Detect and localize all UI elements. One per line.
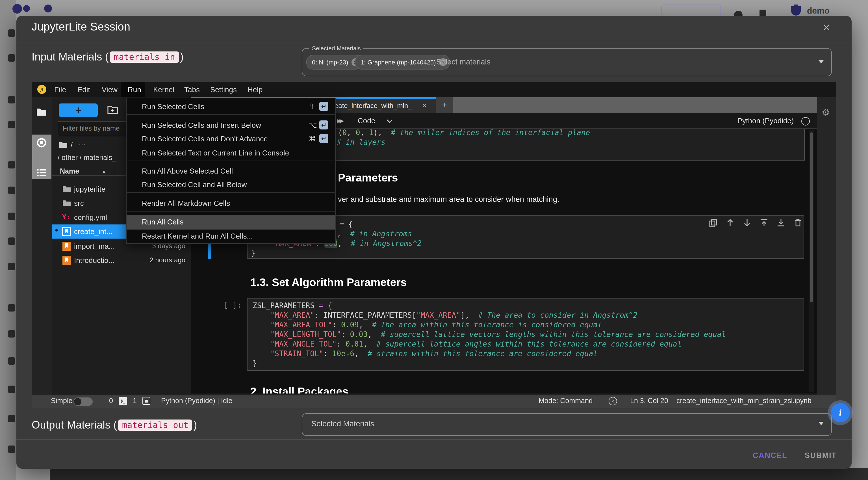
file-row[interactable]: Introductio... 2 hours ago (52, 253, 191, 267)
kernel-status[interactable]: Python (Pyodide) | Idle (161, 397, 232, 405)
duplicate-cell-icon[interactable] (709, 218, 718, 227)
delete-cell-icon[interactable] (794, 218, 802, 227)
app-sidebar-icon[interactable] (8, 213, 15, 220)
run-all-icon[interactable]: ▶▶ (337, 118, 342, 124)
app-search-box[interactable] (661, 4, 721, 17)
chevron-down-icon[interactable] (818, 60, 824, 63)
menu-item-run-selected-cells[interactable]: Run Selected Cells ⇧ ↵ (127, 101, 335, 114)
insert-cell-above-icon[interactable] (760, 218, 769, 227)
menu-item-run-all-cells[interactable]: Run All Cells (127, 215, 335, 230)
menu-item-run-dont-advance[interactable]: Run Selected Cells and Don't Advance ⌘ ↵ (127, 133, 335, 146)
output-materials-select[interactable] (302, 413, 832, 436)
mode-indicator[interactable]: Mode: Command (538, 397, 593, 405)
menu-file[interactable]: File (54, 85, 66, 94)
notebook-tab-label: create_interface_with_min_ (329, 102, 412, 110)
new-folder-icon[interactable] (107, 105, 118, 114)
breadcrumb-root[interactable]: / (71, 141, 73, 149)
menu-item-render-markdown[interactable]: Render All Markdown Cells (127, 197, 335, 210)
new-launcher-button[interactable]: + (59, 103, 98, 117)
menu-item-restart-run-all[interactable]: Restart Kernel and Run All Cells... (127, 230, 335, 243)
menu-kernel[interactable]: Kernel (153, 85, 174, 94)
menu-settings[interactable]: Settings (210, 85, 237, 94)
folder-icon (62, 200, 71, 207)
scrollbar-thumb[interactable] (810, 132, 813, 302)
command-key-icon: ⌘ (309, 134, 316, 143)
simple-mode-label: Simple (51, 397, 72, 405)
app-sidebar-icon[interactable] (8, 121, 15, 128)
menu-edit[interactable]: Edit (78, 85, 90, 94)
file-browser-tab-icon[interactable] (36, 108, 47, 117)
app-sidebar-icon[interactable] (8, 161, 15, 169)
material-chip[interactable]: 1: Graphene (mp-1040425) × (355, 55, 450, 69)
output-select-value[interactable]: Selected Materials (311, 420, 374, 428)
user-name[interactable]: demo (807, 6, 830, 15)
app-sidebar-icon[interactable] (8, 54, 15, 62)
plus-icon: + (442, 100, 447, 110)
gear-icon[interactable]: ⚙ (822, 107, 830, 118)
tab-close-icon[interactable]: × (422, 101, 427, 110)
avatar[interactable] (790, 4, 802, 16)
info-button[interactable]: i (831, 403, 850, 422)
kernel-count[interactable]: 1 (133, 397, 137, 405)
menu-item-run-text-in-console[interactable]: Run Selected Text or Current Line in Con… (127, 147, 335, 160)
app-logo (12, 4, 22, 13)
select-materials-placeholder[interactable]: Select materials (436, 58, 491, 66)
info-icon: i (839, 408, 842, 418)
trust-shield-icon[interactable]: × (609, 397, 617, 406)
app-sidebar-icon[interactable] (8, 186, 15, 194)
menu-item-label: Render All Markdown Cells (142, 199, 230, 208)
new-tab-button[interactable]: + (436, 97, 453, 113)
terminal-icon[interactable]: $_ (119, 397, 127, 406)
app-topbar-icon[interactable] (760, 10, 766, 17)
enter-key-icon: ↵ (319, 102, 328, 111)
running-dot-icon: ● (55, 227, 58, 233)
sort-ascending-icon[interactable]: ▲ (102, 169, 106, 174)
table-of-contents-tab-icon[interactable] (37, 169, 46, 177)
app-sidebar-icon[interactable] (8, 386, 15, 393)
filter-files-placeholder: Filter files by name (63, 124, 120, 132)
move-cell-down-icon[interactable] (743, 218, 752, 227)
move-cell-up-icon[interactable] (725, 218, 735, 227)
breadcrumb-path[interactable]: / other / materials_ (58, 154, 116, 162)
cell-type-select[interactable]: Code (358, 117, 375, 125)
cursor-position[interactable]: Ln 3, Col 20 (630, 397, 668, 405)
chevron-down-icon[interactable] (818, 422, 824, 425)
name-column-header[interactable]: Name (60, 167, 79, 175)
app-sidebar-icon[interactable] (8, 415, 15, 422)
breadcrumb-ellipsis[interactable]: … (79, 139, 86, 147)
menu-help[interactable]: Help (248, 85, 263, 94)
breadcrumb-home-folder-icon[interactable] (59, 141, 68, 149)
running-kernels-tab-icon[interactable] (37, 138, 46, 148)
simple-mode-toggle[interactable] (73, 397, 93, 406)
insert-cell-below-icon[interactable] (776, 218, 785, 227)
submit-button[interactable]: SUBMIT (805, 451, 837, 460)
kernel-chip-icon[interactable] (143, 397, 150, 405)
app-sidebar-icon[interactable] (8, 330, 15, 337)
app-sidebar-icon[interactable] (8, 237, 15, 245)
menu-view[interactable]: View (102, 85, 118, 94)
app-sidebar-icon[interactable] (8, 96, 15, 103)
shield-x-glyph: × (612, 398, 615, 404)
menu-item-run-insert-below[interactable]: Run Selected Cells and Insert Below ⌥ ↵ (127, 119, 335, 132)
notebook-scrollbar[interactable] (809, 130, 814, 392)
kernel-status-icon[interactable] (801, 117, 810, 125)
file-name: Introductio... (74, 256, 115, 265)
app-sidebar-icon[interactable] (8, 304, 15, 311)
menu-item-run-cell-and-below[interactable]: Run Selected Cell and All Below (127, 179, 335, 192)
code-line: "STRAIN_TOL": 10e-6, # strains within th… (253, 349, 598, 358)
kernel-name[interactable]: Python (Pyodide) (738, 117, 794, 125)
cancel-button[interactable]: CANCEL (753, 451, 787, 460)
material-chip[interactable]: 0: Ni (mp-23) × (306, 55, 362, 69)
modal-close-icon[interactable]: × (823, 22, 830, 34)
menu-item-run-all-above[interactable]: Run All Above Selected Cell (127, 165, 335, 178)
menu-tabs[interactable]: Tabs (184, 85, 200, 94)
terminal-count[interactable]: 0 (109, 397, 113, 405)
notebook-icon (62, 241, 71, 251)
code-cell[interactable]: ZSL_PARAMETERS = { "MAX_AREA": INTERFACE… (247, 298, 804, 371)
app-sidebar-icon[interactable] (8, 29, 15, 37)
app-sidebar-icon[interactable] (8, 357, 15, 365)
app-sidebar-icon[interactable] (8, 263, 15, 270)
menu-run[interactable]: Run (128, 85, 141, 94)
app-sidebar-icon[interactable] (8, 446, 15, 453)
chevron-down-icon[interactable] (386, 119, 393, 123)
